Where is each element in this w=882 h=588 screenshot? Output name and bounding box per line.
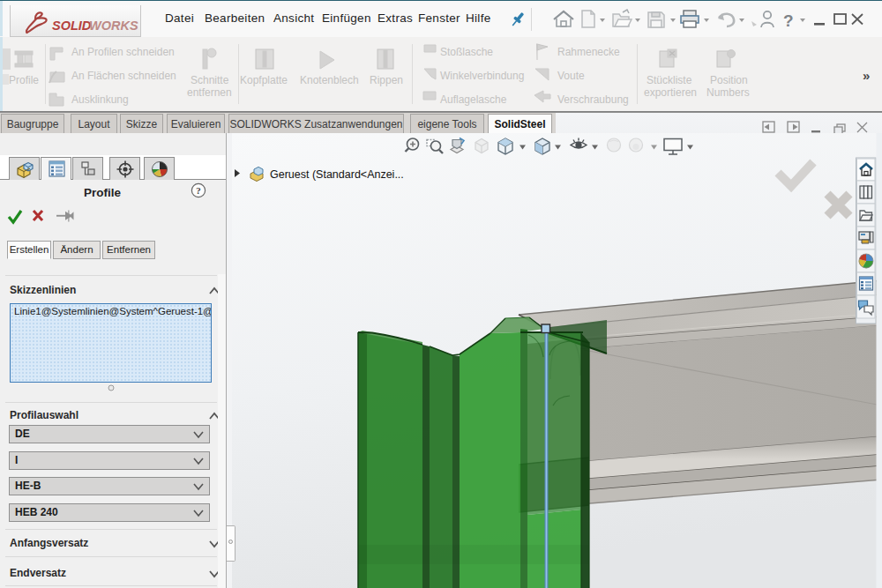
svg-text:Ausklinkung: Ausklinkung <box>71 93 129 106</box>
svg-text:?: ? <box>783 11 794 30</box>
svg-text:Stoßlasche: Stoßlasche <box>440 46 493 58</box>
svg-text:entfernen: entfernen <box>187 86 232 99</box>
svg-text:An Flächen schneiden: An Flächen schneiden <box>71 70 176 82</box>
svg-text:Stückliste: Stückliste <box>647 74 692 86</box>
svg-text:Numbers: Numbers <box>706 86 750 99</box>
svg-text:»: » <box>863 68 870 83</box>
svg-text:Rippen: Rippen <box>370 74 403 86</box>
svg-text:Knotenblech: Knotenblech <box>300 74 359 86</box>
svg-text:WORKS: WORKS <box>89 19 138 33</box>
svg-text:An Profilen schneiden: An Profilen schneiden <box>71 46 175 58</box>
svg-text:Verschraubung: Verschraubung <box>557 93 629 106</box>
svg-text:Schnitte: Schnitte <box>191 74 229 86</box>
svg-text:Geruest (Standard<Anzei...: Geruest (Standard<Anzei... <box>270 168 404 181</box>
svg-text:SOLID: SOLID <box>52 19 92 33</box>
svg-text:Profile: Profile <box>9 74 39 86</box>
svg-text:Auflagelasche: Auflagelasche <box>440 93 507 106</box>
svg-text:?: ? <box>196 185 201 196</box>
svg-text:exportieren: exportieren <box>644 86 697 99</box>
svg-text:Winkelverbindung: Winkelverbindung <box>440 70 524 82</box>
svg-text:Kopfplatte: Kopfplatte <box>240 74 288 86</box>
svg-text:Rahmenecke: Rahmenecke <box>557 46 620 58</box>
svg-text:Position: Position <box>710 74 748 86</box>
svg-text:Voute: Voute <box>557 70 585 82</box>
